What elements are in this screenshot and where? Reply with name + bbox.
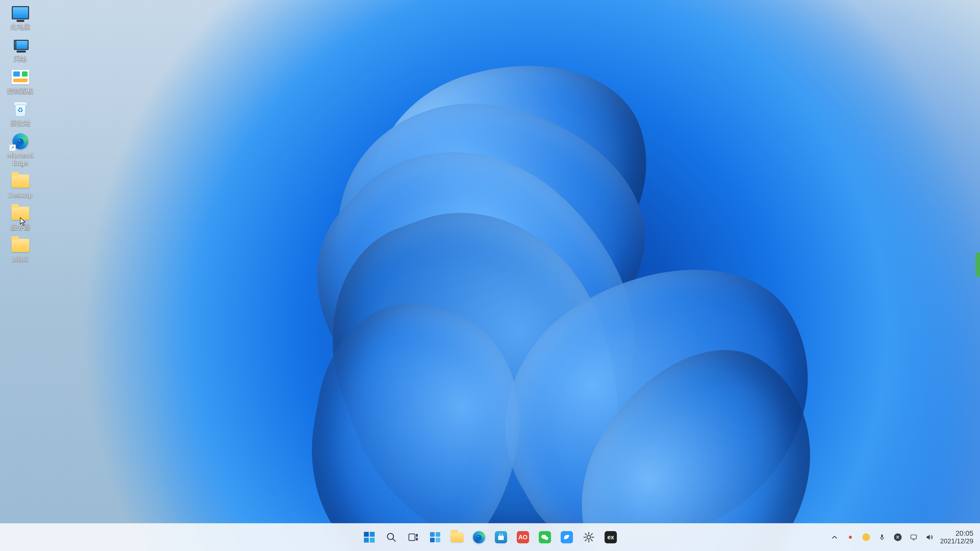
dev-app-button[interactable]: ex — [601, 528, 620, 546]
folder-icon — [10, 205, 30, 222]
clock-date: 2021/12/29 — [940, 537, 974, 545]
svg-rect-2 — [364, 538, 369, 543]
svg-rect-1 — [370, 532, 375, 537]
tray-overflow-button[interactable] — [829, 532, 840, 542]
tray-status-dot[interactable] — [845, 532, 856, 542]
desktop-icon-server-folder[interactable]: 服务器 — [3, 203, 38, 232]
desktop-wallpaper[interactable]: 此电脑 网络 控制面板 ♻ 回收站 ↗ Microsoft Edge — [0, 0, 980, 551]
widgets-icon — [429, 531, 441, 543]
desktop-icon-desktop-folder[interactable]: Desktop — [3, 171, 38, 200]
svg-rect-0 — [364, 532, 369, 537]
desktop-icon-label: 网络 — [14, 55, 27, 63]
svg-rect-8 — [416, 538, 418, 540]
red-app-icon: AO — [517, 531, 529, 543]
shortcut-overlay-icon: ↗ — [9, 144, 16, 151]
side-panel-handle[interactable] — [975, 252, 980, 277]
desktop-icon-control-panel[interactable]: 控制面板 — [3, 67, 38, 95]
status-dot-icon — [849, 536, 852, 539]
task-view-button[interactable] — [404, 528, 422, 546]
svg-rect-9 — [430, 532, 434, 537]
svg-line-23 — [591, 534, 592, 535]
widgets-button[interactable] — [426, 528, 444, 546]
desktop-icon-label: bilibili — [12, 256, 29, 263]
chevron-up-icon — [831, 534, 838, 540]
tray-volume[interactable] — [924, 532, 935, 542]
svg-line-21 — [585, 534, 587, 535]
svg-rect-11 — [430, 538, 434, 542]
svg-line-24 — [585, 540, 587, 541]
desktop-icon-recycle-bin[interactable]: ♻ 回收站 — [3, 99, 38, 127]
bird-app-button[interactable] — [558, 528, 576, 546]
folder-icon — [10, 172, 30, 190]
tray-app-yellow[interactable] — [861, 532, 871, 542]
svg-rect-12 — [436, 538, 440, 542]
search-icon — [386, 532, 397, 543]
desktop-icon-edge[interactable]: ↗ Microsoft Edge — [3, 131, 38, 167]
clock-time: 20:05 — [940, 530, 974, 537]
task-view-icon — [407, 532, 419, 543]
edge-icon: ↗ — [10, 133, 30, 150]
app-red-button[interactable]: AO — [514, 528, 532, 546]
taskbar: AO — [0, 523, 980, 551]
tray-network[interactable] — [908, 532, 919, 542]
file-explorer-button[interactable] — [448, 528, 466, 546]
svg-rect-27 — [911, 535, 916, 539]
svg-rect-25 — [881, 534, 883, 538]
recycle-bin-icon: ♻ — [10, 100, 30, 118]
tray-close-app[interactable]: ✕ — [893, 532, 903, 542]
edge-button[interactable] — [470, 528, 488, 546]
dev-app-icon: ex — [605, 531, 617, 543]
svg-rect-3 — [370, 538, 375, 543]
windows-logo-icon — [363, 531, 375, 543]
system-tray: ✕ 20:05 2021/12/29 — [829, 524, 975, 551]
microphone-icon — [878, 534, 886, 541]
desktop-icon-this-pc[interactable]: 此电脑 — [3, 3, 38, 31]
svg-rect-6 — [409, 534, 415, 540]
desktop-icon-label: 回收站 — [11, 119, 30, 127]
svg-rect-13 — [498, 536, 504, 540]
svg-rect-10 — [436, 532, 440, 537]
tray-microphone[interactable] — [877, 532, 887, 542]
wallpaper-bloom — [194, 46, 858, 530]
svg-rect-7 — [416, 534, 418, 537]
desktop-icon-bilibili-folder[interactable]: bilibili — [3, 235, 38, 264]
yellow-circle-icon — [862, 534, 870, 541]
store-icon — [495, 531, 507, 543]
speaker-icon — [926, 534, 933, 541]
desktop-icon-label: 此电脑 — [11, 23, 30, 30]
edge-icon — [473, 531, 485, 543]
control-panel-icon — [10, 68, 30, 86]
taskbar-clock[interactable]: 20:05 2021/12/29 — [940, 530, 975, 545]
search-button[interactable] — [382, 528, 401, 546]
desktop-icon-label: Microsoft Edge — [4, 151, 37, 167]
svg-point-15 — [544, 537, 549, 540]
folder-icon — [10, 237, 30, 254]
pc-icon — [10, 4, 30, 21]
desktop-icons: 此电脑 网络 控制面板 ♻ 回收站 ↗ Microsoft Edge — [3, 3, 38, 264]
gear-icon — [583, 531, 595, 543]
wechat-icon — [539, 531, 551, 543]
microsoft-store-button[interactable] — [492, 528, 510, 546]
network-icon — [10, 36, 30, 54]
wechat-button[interactable] — [536, 528, 554, 546]
start-button[interactable] — [360, 528, 379, 546]
folder-icon — [451, 532, 463, 542]
svg-line-22 — [591, 540, 592, 541]
desktop-icon-label: 控制面板 — [7, 87, 34, 95]
network-monitor-icon — [910, 534, 918, 541]
desktop-icon-network[interactable]: 网络 — [3, 35, 38, 63]
settings-button[interactable] — [579, 528, 598, 546]
svg-line-5 — [393, 539, 395, 541]
taskbar-center: AO — [360, 528, 620, 546]
close-circle-icon: ✕ — [894, 534, 902, 541]
desktop-icon-label: 服务器 — [11, 224, 30, 231]
desktop-icon-label: Desktop — [8, 191, 32, 199]
svg-point-16 — [587, 535, 590, 539]
bird-icon — [561, 531, 573, 543]
